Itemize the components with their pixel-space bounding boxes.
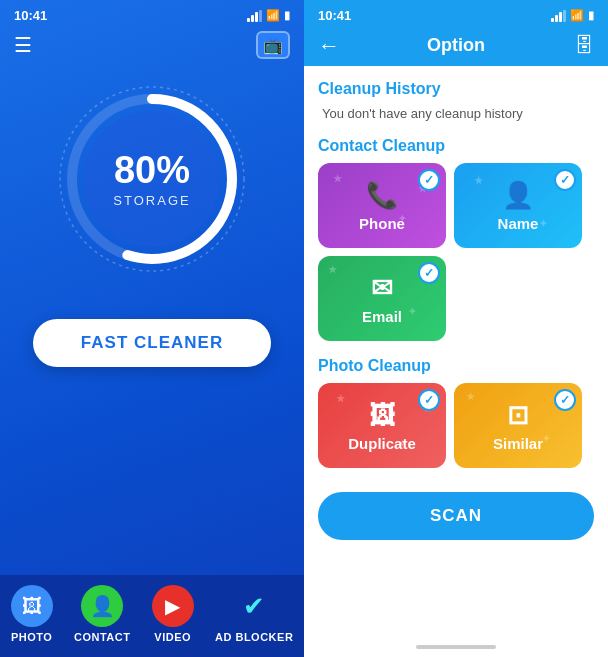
card-phone[interactable]: ★ ✦ ★ ✓ 📞 Phone [318, 163, 446, 248]
battery-icon-right: ▮ [588, 9, 594, 22]
nav-label-adblocker: AD BLOCKER [215, 631, 293, 643]
storage-percent: 80% [113, 151, 190, 189]
storage-circle: 80% STORAGE [52, 79, 252, 279]
card-email[interactable]: ★ ✦ ✓ ✉ Email [318, 256, 446, 341]
name-label: Name [498, 215, 539, 232]
hamburger-icon[interactable]: ☰ [14, 35, 32, 55]
wifi-icon-right: 📶 [570, 9, 584, 22]
nav-item-photo[interactable]: 🖼 PHOTO [11, 585, 53, 643]
storage-text: 80% STORAGE [113, 151, 190, 208]
cleanup-history-title: Cleanup History [318, 80, 594, 98]
database-icon[interactable]: 🗄 [574, 34, 594, 57]
storage-label: STORAGE [113, 193, 190, 208]
nav-label-video: VIDEO [154, 631, 191, 643]
contact-icon: 👤 [81, 585, 123, 627]
nav-item-adblocker[interactable]: ✔ AD BLOCKER [215, 585, 293, 643]
duplicate-label: Duplicate [348, 435, 416, 452]
card-duplicate[interactable]: ★ ✦ ★ ✓ 🖼 Duplicate [318, 383, 446, 468]
email-card-icon: ✉ [371, 273, 393, 304]
duplicate-check: ✓ [418, 389, 440, 411]
status-bar-left: 10:41 📶 ▮ [0, 0, 304, 27]
option-title: Option [427, 35, 485, 56]
phone-card-icon: 📞 [366, 180, 398, 211]
video-icon: ▶ [152, 585, 194, 627]
phone-label: Phone [359, 215, 405, 232]
similar-check: ✓ [554, 389, 576, 411]
email-check: ✓ [418, 262, 440, 284]
battery-icon: ▮ [284, 9, 290, 22]
card-name[interactable]: ★ ✦ ✓ 👤 Name [454, 163, 582, 248]
nav-item-contact[interactable]: 👤 CONTACT [74, 585, 130, 643]
option-bar: ← Option 🗄 [304, 27, 608, 66]
adblocker-icon: ✔ [233, 585, 275, 627]
contact-cleanup-grid: ★ ✦ ★ ✓ 📞 Phone ★ ✦ ✓ 👤 Name [318, 163, 594, 341]
nav-label-contact: CONTACT [74, 631, 130, 643]
status-icons-left: 📶 ▮ [247, 9, 290, 22]
top-bar-left: ☰ 📺 [0, 27, 304, 59]
similar-card-icon: ⊡ [507, 400, 529, 431]
name-check: ✓ [554, 169, 576, 191]
name-card-icon: 👤 [502, 180, 534, 211]
nav-label-photo: PHOTO [11, 631, 52, 643]
wifi-icon: 📶 [266, 9, 280, 22]
duplicate-card-icon: 🖼 [369, 400, 395, 431]
time-left: 10:41 [14, 8, 47, 23]
similar-label: Similar [493, 435, 543, 452]
scan-button[interactable]: SCAN [318, 492, 594, 540]
photo-cleanup-grid: ★ ✦ ★ ✓ 🖼 Duplicate ★ ✦ ✓ ⊡ Similar [318, 383, 594, 468]
signal-icon [247, 10, 262, 22]
status-icons-right: 📶 ▮ [551, 9, 594, 22]
card-similar[interactable]: ★ ✦ ✓ ⊡ Similar [454, 383, 582, 468]
app-icon: 📺 [256, 31, 290, 59]
back-button[interactable]: ← [318, 33, 340, 59]
right-panel: 10:41 📶 ▮ ← Option 🗄 Cleanup History You… [304, 0, 608, 657]
bottom-indicator [304, 637, 608, 657]
photo-cleanup-title: Photo Cleanup [318, 357, 594, 375]
phone-check: ✓ [418, 169, 440, 191]
email-label: Email [362, 308, 402, 325]
nav-item-video[interactable]: ▶ VIDEO [152, 585, 194, 643]
bottom-nav: 🖼 PHOTO 👤 CONTACT ▶ VIDEO ✔ AD BLOCKER [0, 575, 304, 657]
time-right: 10:41 [318, 8, 351, 23]
right-content: Cleanup History You don't have any clean… [304, 66, 608, 637]
status-bar-right: 10:41 📶 ▮ [304, 0, 608, 27]
cleanup-history-empty: You don't have any cleanup history [318, 106, 594, 121]
photo-icon: 🖼 [11, 585, 53, 627]
left-panel: 10:41 📶 ▮ ☰ 📺 80% [0, 0, 304, 657]
signal-icon-right [551, 10, 566, 22]
contact-cleanup-title: Contact Cleanup [318, 137, 594, 155]
bottom-bar [416, 645, 496, 649]
fast-cleaner-button[interactable]: FAST CLEANER [33, 319, 271, 367]
